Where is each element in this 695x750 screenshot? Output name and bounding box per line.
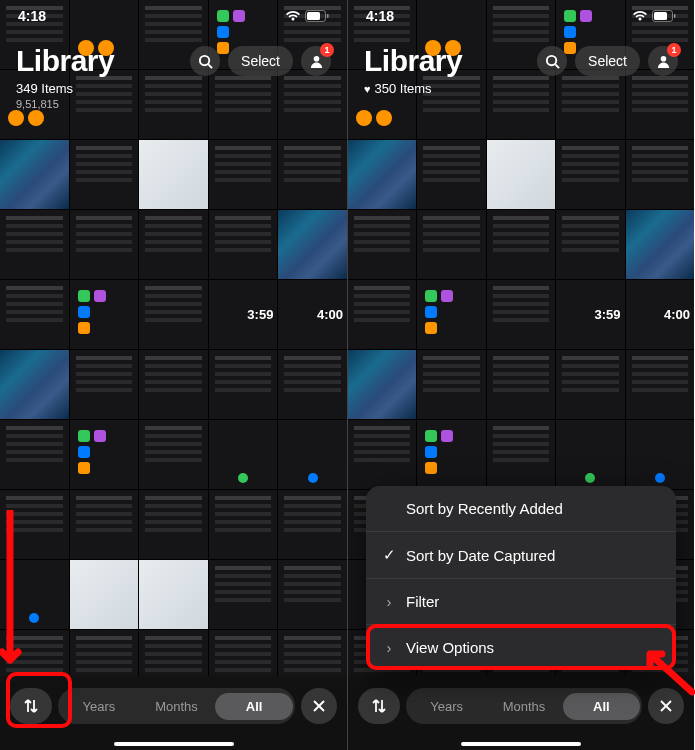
view-segment: Years Months All [406, 688, 642, 724]
seg-months[interactable]: Months [138, 693, 216, 720]
heart-icon: ♥ [364, 83, 371, 95]
seg-years[interactable]: Years [60, 693, 138, 720]
seg-months[interactable]: Months [485, 693, 562, 720]
photo-grid: 3:594:00 [0, 0, 347, 750]
svg-line-12 [555, 64, 559, 68]
battery-icon [305, 10, 329, 22]
chevron-right-icon: › [382, 593, 396, 610]
seg-all[interactable]: All [215, 693, 293, 720]
seg-years[interactable]: Years [408, 693, 485, 720]
svg-rect-2 [327, 14, 329, 18]
notification-badge: 1 [320, 43, 334, 57]
close-button[interactable] [301, 688, 337, 724]
view-segment: Years Months All [58, 688, 295, 724]
search-button[interactable] [190, 46, 220, 76]
item-count: 349 Items [16, 81, 331, 96]
sort-button[interactable] [10, 688, 52, 724]
menu-sort-date[interactable]: ✓ Sort by Date Captured [366, 532, 676, 579]
wifi-icon [632, 10, 648, 22]
select-button[interactable]: Select [228, 46, 293, 76]
svg-point-5 [313, 55, 319, 61]
page-title: Library [364, 44, 462, 78]
menu-sort-recent[interactable]: Sort by Recently Added [366, 486, 676, 532]
menu-view-options[interactable]: › View Options [366, 625, 676, 670]
search-button[interactable] [537, 46, 567, 76]
status-time: 4:18 [366, 8, 394, 24]
sort-menu: Sort by Recently Added ✓ Sort by Date Ca… [366, 486, 676, 670]
home-indicator[interactable] [114, 742, 234, 746]
svg-point-11 [546, 55, 555, 64]
notification-badge: 1 [667, 43, 681, 57]
wifi-icon [285, 10, 301, 22]
svg-rect-1 [307, 12, 320, 20]
chevron-right-icon: › [382, 639, 396, 656]
menu-filter[interactable]: › Filter [366, 579, 676, 625]
library-header: Library Select 1 349 Items 9,51,815 [0, 38, 347, 110]
profile-button[interactable]: 1 [648, 46, 678, 76]
status-time: 4:18 [18, 8, 46, 24]
status-bar: 4:18 [0, 0, 347, 28]
sub-value: 9,51,815 [16, 98, 331, 110]
svg-rect-10 [674, 14, 676, 18]
svg-point-3 [199, 55, 208, 64]
home-indicator[interactable] [461, 742, 581, 746]
page-title: Library [16, 44, 114, 78]
bottom-toolbar: Years Months All [0, 676, 347, 750]
library-header: Library Select 1 ♥ 350 Items [348, 38, 694, 96]
phone-right: 3:594:00 4:18 Library Select [347, 0, 694, 750]
sort-button[interactable] [358, 688, 400, 724]
select-button[interactable]: Select [575, 46, 640, 76]
profile-button[interactable]: 1 [301, 46, 331, 76]
check-icon: ✓ [382, 546, 396, 564]
item-count: ♥ 350 Items [364, 81, 678, 96]
battery-icon [652, 10, 676, 22]
phone-left: 3:594:00 4:18 Library Select [0, 0, 347, 750]
bottom-toolbar: Years Months All [348, 676, 694, 750]
svg-point-13 [660, 55, 666, 61]
close-button[interactable] [648, 688, 684, 724]
svg-line-4 [208, 64, 212, 68]
status-bar: 4:18 [348, 0, 694, 28]
svg-rect-9 [654, 12, 667, 20]
seg-all[interactable]: All [563, 693, 640, 720]
